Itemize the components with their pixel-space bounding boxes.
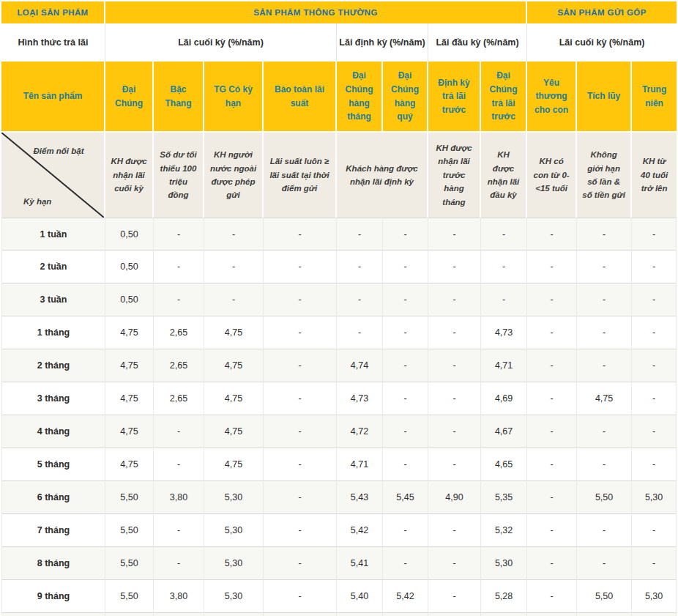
rate-cell: - <box>383 448 428 481</box>
rate-cell: 4,75 <box>577 382 632 415</box>
rate-cell: 5,28 <box>481 580 527 613</box>
rate-rows: 1 tuần0,50----------2 tuần0,50----------… <box>1 218 677 616</box>
rate-cell: 4,67 <box>481 415 527 448</box>
rate-cell: - <box>383 415 428 448</box>
rate-cell: 3,80 <box>154 481 204 514</box>
rate-cell: - <box>428 448 481 481</box>
term-cell: 3 tuần <box>1 283 105 316</box>
payment-type-label: Hình thức trả lãi <box>1 23 105 62</box>
rate-cell: - <box>154 415 204 448</box>
rate-cell: - <box>383 382 428 415</box>
rate-cell: - <box>383 547 428 580</box>
table-row: 4 tháng4,75-4,75-4,72--4,67--- <box>1 415 677 448</box>
table-row: 1 tuần0,50---------- <box>1 218 677 251</box>
highlight-note: KH có con từ 0-<15 tuổi <box>527 131 577 218</box>
rate-cell: - <box>632 251 677 283</box>
partial-cell <box>204 613 264 616</box>
rate-cell: - <box>481 218 527 251</box>
table-row: 6 tháng5,503,805,30-5,435,454,905,35-5,5… <box>1 481 677 514</box>
rate-cell: 5,32 <box>481 514 527 547</box>
rate-cell: - <box>337 316 383 349</box>
rate-cell: 5,30 <box>632 580 677 613</box>
table-row: 3 tháng4,752,654,75-4,73--4,69-4,75- <box>1 382 677 415</box>
rate-cell: - <box>577 547 632 580</box>
table-row: 9 tháng5,503,805,30-5,405,42-5,28-5,505,… <box>1 580 677 613</box>
payment-upfront: Lãi đầu kỳ (%/năm) <box>428 23 527 62</box>
rate-cell: 5,30 <box>204 514 264 547</box>
product-name-header-row: Tên sản phẩm Đại Chúng Bậc Thang TG Có k… <box>1 62 677 131</box>
rate-cell: - <box>577 218 632 251</box>
rate-cell: - <box>632 514 677 547</box>
rate-cell: - <box>632 547 677 580</box>
rate-cell: 4,65 <box>481 448 527 481</box>
rate-cell: 4,69 <box>481 382 527 415</box>
rate-cell: - <box>428 382 481 415</box>
rate-cell: 0,50 <box>105 251 154 283</box>
term-cell: 9 tháng <box>1 580 105 613</box>
term-label: Kỳ hạn <box>23 195 51 208</box>
table-row: 7 tháng5,50-5,30-5,42--5,32--- <box>1 514 677 547</box>
product-col-dc-hang-quy: Đại Chúng hàng quý <box>383 62 428 131</box>
rate-cell: 2,65 <box>154 382 204 415</box>
rate-cell: 5,50 <box>105 481 154 514</box>
rate-cell: 5,43 <box>337 481 383 514</box>
term-cell: 3 tháng <box>1 382 105 415</box>
rate-cell: - <box>428 316 481 349</box>
rate-cell: - <box>383 316 428 349</box>
rate-cell: - <box>264 481 337 514</box>
highlight-term-diagonal-cell: Điểm nổi bật Kỳ hạn <box>1 131 105 218</box>
rate-cell: 4,71 <box>337 448 383 481</box>
rate-cell: - <box>632 283 677 316</box>
rate-cell: - <box>428 349 481 382</box>
term-cell: 1 tuần <box>1 218 105 251</box>
highlight-note: KH người nước ngoài được phép gửi <box>204 131 264 218</box>
rate-cell: - <box>428 218 481 251</box>
product-name-label: Tên sản phẩm <box>1 62 105 131</box>
rate-cell: - <box>264 547 337 580</box>
partial-cell <box>428 613 481 616</box>
rate-cell: - <box>481 283 527 316</box>
partial-cell <box>337 613 383 616</box>
rate-cell: 4,73 <box>481 316 527 349</box>
payment-end-of-term-installment: Lãi cuối kỳ (%/năm) <box>527 23 677 62</box>
rate-cell: - <box>264 382 337 415</box>
rate-cell: 5,30 <box>204 547 264 580</box>
highlight-note: Số dư tối thiểu 100 triệu đồng <box>154 131 204 218</box>
rate-cell: - <box>383 218 428 251</box>
rate-cell: 5,50 <box>105 514 154 547</box>
rate-cell: 5,50 <box>105 547 154 580</box>
rate-cell: - <box>428 514 481 547</box>
rate-cell: - <box>527 448 577 481</box>
rate-cell: 2,65 <box>154 316 204 349</box>
rate-cell: - <box>527 251 577 283</box>
rate-cell: 0,50 <box>105 283 154 316</box>
interest-rate-page: LOẠI SẢN PHẨM SẢN PHẨM THÔNG THƯỜNG SẢN … <box>0 0 678 616</box>
term-cell: 6 tháng <box>1 481 105 514</box>
table-row: 5 tháng4,75-4,75-4,71--4,65--- <box>1 448 677 481</box>
product-col-dc-tra-lai-truoc: Đại Chúng trả lãi trước <box>481 62 527 131</box>
rate-cell: 3,80 <box>154 580 204 613</box>
rate-cell: - <box>527 218 577 251</box>
category-installment-products: SẢN PHẨM GỬI GÓP <box>527 1 677 23</box>
highlight-note: Khách hàng được nhận lãi định kỳ <box>337 131 428 218</box>
rate-cell: - <box>383 283 428 316</box>
rate-cell: - <box>577 251 632 283</box>
rate-cell: - <box>428 415 481 448</box>
partial-cell <box>527 613 577 616</box>
rate-cell: - <box>264 218 337 251</box>
highlight-note: Lãi suất luôn ≥ lãi suất tại thời điểm g… <box>264 131 337 218</box>
partial-cell <box>577 613 632 616</box>
rate-cell: - <box>204 218 264 251</box>
rate-cell: 5,30 <box>204 481 264 514</box>
rate-cell: - <box>632 316 677 349</box>
product-col-tich-luy: Tích lũy <box>577 62 632 131</box>
category-header-row: LOẠI SẢN PHẨM SẢN PHẨM THÔNG THƯỜNG SẢN … <box>1 1 677 23</box>
product-col-tg-co-ky-han: TG Có kỳ hạn <box>204 62 264 131</box>
rate-cell: - <box>632 349 677 382</box>
partial-cell <box>481 613 527 616</box>
highlight-note: KH từ 40 tuổi trở lên <box>632 131 677 218</box>
payment-end-of-term: Lãi cuối kỳ (%/năm) <box>105 23 337 62</box>
table-row: 3 tuần0,50---------- <box>1 283 677 316</box>
partial-cell <box>383 613 428 616</box>
highlight-note: Không giới hạn số lần & số tiền gửi <box>577 131 632 218</box>
